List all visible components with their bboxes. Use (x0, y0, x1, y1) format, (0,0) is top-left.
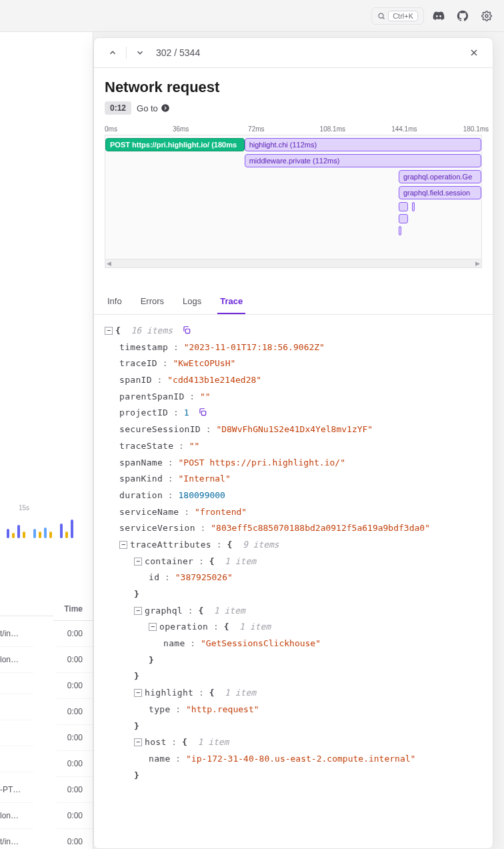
json-toggle[interactable]: − (134, 607, 142, 615)
settings-button[interactable] (477, 7, 496, 25)
gear-icon (481, 11, 492, 21)
json-item-count: 16 items (131, 325, 173, 335)
wf-tick: 72ms (248, 125, 264, 133)
wf-bar-tiny[interactable] (399, 202, 408, 211)
svg-point-5 (161, 104, 169, 112)
wf-bar-tiny[interactable] (399, 214, 408, 223)
timeline-tick-label: 15s (0, 432, 93, 512)
json-toggle[interactable]: − (105, 327, 113, 335)
wf-bar-tiny[interactable] (399, 226, 401, 235)
arrow-right-circle-icon (161, 103, 170, 113)
table-col-time: Time (53, 598, 93, 621)
discord-button[interactable] (429, 7, 448, 25)
wf-tick: 36ms (173, 125, 189, 133)
json-toggle[interactable]: − (134, 558, 142, 566)
next-request-button[interactable] (132, 45, 148, 61)
svg-rect-6 (185, 329, 189, 333)
close-panel-button[interactable] (466, 45, 482, 61)
github-icon (457, 10, 469, 22)
wf-bar-span[interactable]: middleware.private (112ms) (245, 154, 481, 167)
prev-request-button[interactable] (105, 45, 121, 61)
table-row[interactable]: 0:00 (0, 751, 93, 777)
table-row[interactable]: 0:00 (0, 673, 93, 699)
waterfall-scrollbar[interactable]: ◀ ▶ (105, 259, 482, 268)
timeline-bars (0, 512, 93, 538)
background-timeline: 15s (0, 432, 93, 566)
scroll-right-icon[interactable]: ▶ (475, 260, 480, 267)
search-shortcut: Ctrl+K (388, 11, 418, 21)
goto-button[interactable]: Go to (137, 103, 170, 113)
copy-icon[interactable] (182, 325, 191, 335)
waterfall-body[interactable]: POST https://pri.highlight.io/ (180ms hi… (105, 135, 482, 259)
table-row[interactable]: t/in…0:00 (0, 829, 93, 849)
wf-tick: 0ms (105, 125, 117, 133)
svg-line-1 (383, 17, 384, 19)
table-row[interactable]: lon…0:00 (0, 647, 93, 673)
chevron-up-icon (108, 48, 117, 57)
trace-json-viewer[interactable]: −{ 16 items timestamp : "2023-11-01T17:1… (94, 315, 493, 848)
goto-label: Go to (137, 103, 158, 113)
svg-point-2 (485, 15, 488, 17)
tab-info[interactable]: Info (105, 289, 125, 314)
wf-bar-span[interactable]: highlight.chi (112ms) (245, 138, 481, 151)
copy-icon[interactable] (198, 407, 207, 417)
panel-tabs: Info Errors Logs Trace (94, 289, 493, 315)
wf-bar-tiny[interactable] (412, 202, 415, 211)
tab-logs[interactable]: Logs (180, 289, 204, 314)
chevron-down-icon (135, 48, 145, 57)
svg-point-0 (379, 13, 383, 18)
waterfall-axis: 0ms 36ms 72ms 108.1ms 144.1ms 180.1ms (105, 123, 482, 135)
wf-bar-span[interactable]: graphql.operation.Ge (399, 170, 481, 183)
network-request-panel: 302 / 5344 Network request 0:12 Go to 0m… (93, 37, 493, 849)
search-icon (377, 12, 385, 20)
table-row[interactable]: lon…0:00 (0, 803, 93, 829)
wf-bar-root[interactable]: POST https://pri.highlight.io/ (180ms (105, 138, 245, 151)
table-row[interactable]: 0:00 (0, 725, 93, 751)
discord-icon (433, 10, 445, 22)
wf-tick: 180.1ms (463, 125, 489, 133)
wf-tick: 144.1ms (391, 125, 417, 133)
panel-header: 302 / 5344 (94, 38, 493, 68)
search-button[interactable]: Ctrl+K (371, 7, 424, 25)
panel-subheader: 0:12 Go to (94, 101, 493, 123)
scroll-left-icon[interactable]: ◀ (107, 260, 111, 267)
close-icon (469, 47, 479, 58)
tab-trace[interactable]: Trace (217, 289, 245, 314)
background-left-pane: 15s Time t/in…0:00lon…0:000:000:000:000:… (0, 32, 93, 849)
json-toggle[interactable]: − (134, 738, 142, 746)
tab-errors[interactable]: Errors (138, 289, 167, 314)
nav-separator (126, 47, 127, 59)
panel-title: Network request (94, 68, 493, 101)
waterfall-chart: 0ms 36ms 72ms 108.1ms 144.1ms 180.1ms PO… (105, 123, 482, 268)
topbar: Ctrl+K (0, 0, 504, 32)
wf-bar-span[interactable]: graphql.field.session (399, 186, 481, 199)
table-row[interactable]: -PT…0:00 (0, 777, 93, 803)
json-toggle[interactable]: − (149, 623, 157, 631)
table-row[interactable]: t/in…0:00 (0, 621, 93, 647)
table-row[interactable]: 0:00 (0, 699, 93, 725)
github-button[interactable] (453, 7, 472, 25)
request-counter: 302 / 5344 (156, 47, 200, 58)
wf-tick: 108.1ms (320, 125, 345, 133)
json-toggle[interactable]: − (134, 689, 142, 697)
json-toggle[interactable]: − (119, 541, 127, 549)
background-table: Time t/in…0:00lon…0:000:000:000:000:00-P… (0, 598, 93, 849)
timestamp-badge: 0:12 (105, 101, 131, 115)
svg-rect-7 (202, 411, 206, 415)
